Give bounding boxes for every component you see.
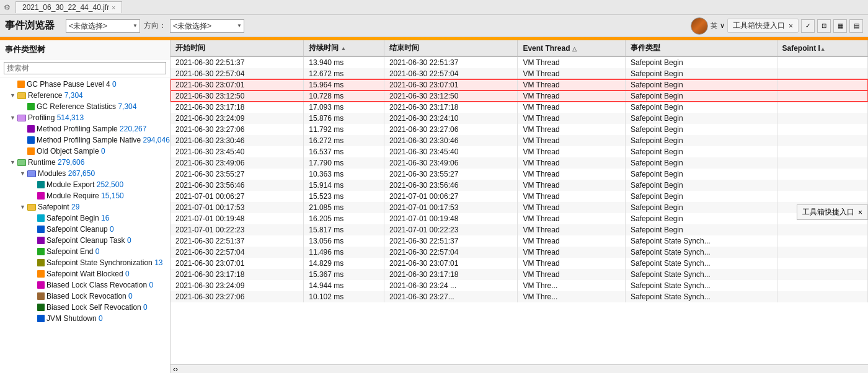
tree-item-method-profiling[interactable]: Method Profiling Sample 220,267	[0, 123, 170, 134]
table-row[interactable]: 2021-06-30 23:17:1817.093 ms2021-06-30 2…	[170, 102, 868, 113]
expand-arrow-runtime[interactable]: ▼	[10, 157, 17, 167]
table-cell: Safepoint Begin	[625, 90, 777, 102]
table-cell	[777, 135, 867, 146]
table-cell: Safepoint Begin	[625, 224, 777, 235]
table-cell: Safepoint Begin	[625, 135, 777, 146]
tree-icon-safepoint-wait-blocked	[37, 270, 45, 278]
tree-label-biased-lock-rev: Biased Lock Revocation 0	[46, 291, 133, 301]
col-end-time[interactable]: 结束时间	[384, 40, 518, 56]
expand-arrow-reference[interactable]: ▼	[10, 90, 17, 100]
tree-item-gc-phase[interactable]: GC Phase Pause Level 4 0	[0, 79, 170, 90]
tree-item-jvm-shutdown[interactable]: JVM Shutdown 0	[0, 313, 170, 324]
tree-item-safepoint-begin[interactable]: Safepoint Begin 16	[0, 213, 170, 224]
direction-select-wrapper[interactable]: <未做选择>	[170, 19, 244, 33]
table-cell: 17.790 ms	[304, 157, 384, 169]
tree-item-reference[interactable]: ▼ Reference 7,304	[0, 90, 170, 101]
tree-item-runtime[interactable]: ▼ Runtime 279,606	[0, 157, 170, 168]
table-cell: Safepoint Begin	[625, 79, 777, 90]
expand-arrow-profiling[interactable]: ▼	[10, 113, 17, 123]
table-cell	[777, 157, 867, 169]
filter-select[interactable]: <未做选择>	[66, 19, 140, 33]
table-cell: 13.056 ms	[304, 235, 384, 247]
toolbox-float-close-icon[interactable]: ×	[858, 208, 862, 217]
table-row[interactable]: 2021-06-30 22:51:3713.056 ms2021-06-30 2…	[170, 235, 868, 247]
expand-arrow-safepoint[interactable]: ▼	[20, 202, 27, 212]
tree-item-module-export[interactable]: Module Export 252,500	[0, 179, 170, 190]
tree-area: GC Phase Pause Level 4 0 ▼ Reference 7,3…	[0, 77, 170, 373]
table-cell	[777, 146, 867, 157]
table-cell: Safepoint State Synch...	[625, 258, 777, 269]
table-row[interactable]: 2021-06-30 23:49:0617.790 ms2021-06-30 2…	[170, 157, 868, 169]
table-row[interactable]: 2021-06-30 23:27:0611.792 ms2021-06-30 2…	[170, 124, 868, 135]
tree-icon-reference-folder	[17, 92, 26, 99]
tree-count-gc-ref-stats: 7,304	[118, 102, 136, 111]
col-event-thread[interactable]: Event Thread △	[518, 40, 625, 56]
table-row[interactable]: 2021-06-30 23:07:0115.964 ms2021-06-30 2…	[170, 79, 868, 90]
tree-item-safepoint[interactable]: ▼ Safepoint 29	[0, 201, 170, 213]
table-row[interactable]: 2021-06-30 22:57:0411.496 ms2021-06-30 2…	[170, 247, 868, 258]
col-event-type[interactable]: 事件类型	[625, 40, 777, 56]
dots-icon: ∨	[720, 22, 725, 30]
tree-item-safepoint-state-sync[interactable]: Safepoint State Synchronization 13	[0, 257, 170, 268]
tab-close-button[interactable]: ×	[112, 4, 115, 11]
tree-icon-biased-lock-rev	[37, 292, 45, 300]
col-start-time[interactable]: 开始时间	[170, 40, 304, 56]
table-cell	[777, 113, 867, 124]
lines-button[interactable]: ▤	[849, 19, 863, 33]
tree-item-safepoint-cleanup-task[interactable]: Safepoint Cleanup Task 0	[0, 235, 170, 246]
tree-item-module-require[interactable]: Module Require 15,150	[0, 190, 170, 201]
table-cell: VM Thread	[518, 213, 625, 224]
toolbox-close-icon[interactable]: ×	[789, 22, 793, 30]
table-container[interactable]: 开始时间 持续时间 ▲ 结束时间 Event Thread △ 事件类型 Saf…	[170, 40, 868, 364]
tree-item-safepoint-end[interactable]: Safepoint End 0	[0, 246, 170, 257]
table-cell: 2021-06-30 22:57:04	[384, 68, 518, 79]
tree-icon-safepoint-folder	[27, 204, 36, 211]
table-cell: 2021-06-30 23:45:40	[170, 146, 304, 157]
table-row[interactable]: 2021-06-30 23:24:0914.944 ms2021-06-30 2…	[170, 280, 868, 291]
search-input[interactable]	[4, 62, 166, 74]
tree-item-old-object[interactable]: Old Object Sample 0	[0, 146, 170, 157]
table-row[interactable]: 2021-07-01 00:17:5321.085 ms2021-07-01 0…	[170, 202, 868, 213]
tree-count-safepoint-begin: 16	[101, 214, 109, 222]
table-row[interactable]: 2021-06-30 23:45:4016.537 ms2021-06-30 2…	[170, 146, 868, 157]
filter-select-wrapper[interactable]: <未做选择>	[66, 19, 140, 33]
table-row[interactable]: 2021-07-01 00:22:2315.817 ms2021-07-01 0…	[170, 224, 868, 235]
direction-label: 方向：	[144, 20, 166, 31]
table-row[interactable]: 2021-06-30 23:12:5010.728 ms2021-06-30 2…	[170, 90, 868, 102]
table-row[interactable]: 2021-06-30 23:55:2710.363 ms2021-06-30 2…	[170, 169, 868, 180]
tree-item-biased-lock-class-rev[interactable]: Biased Lock Class Revocation 0	[0, 279, 170, 291]
table-row[interactable]: 2021-06-30 23:30:4616.272 ms2021-06-30 2…	[170, 135, 868, 146]
tree-item-biased-lock-rev[interactable]: Biased Lock Revocation 0	[0, 291, 170, 302]
checkmark-button[interactable]: ✓	[801, 19, 815, 33]
table-row[interactable]: 2021-06-30 23:17:1815.367 ms2021-06-30 2…	[170, 269, 868, 280]
table-row[interactable]: 2021-06-30 23:07:0114.829 ms2021-06-30 2…	[170, 258, 868, 269]
table-row[interactable]: 2021-06-30 23:24:0915.876 ms2021-06-30 2…	[170, 113, 868, 124]
table-row[interactable]: 2021-07-01 00:19:4816.205 ms2021-07-01 0…	[170, 213, 868, 224]
table-button[interactable]: ▦	[833, 19, 847, 33]
table-cell: 10.363 ms	[304, 169, 384, 180]
tree-item-profiling[interactable]: ▼ Profiling 514,313	[0, 112, 170, 123]
table-row[interactable]: 2021-06-30 22:51:3713.940 ms2021-06-30 2…	[170, 56, 868, 68]
col-safepoint[interactable]: Safepoint I▲	[777, 40, 867, 56]
table-row[interactable]: 2021-06-30 23:56:4615.914 ms2021-06-30 2…	[170, 180, 868, 191]
direction-select[interactable]: <未做选择>	[170, 19, 244, 33]
expand-arrow-modules[interactable]: ▼	[20, 169, 27, 178]
tree-icon-safepoint-cleanup	[37, 226, 45, 233]
tree-item-gc-ref-stats[interactable]: GC Reference Statistics 7,304	[0, 101, 170, 112]
tree-item-safepoint-wait-blocked[interactable]: Safepoint Wait Blocked 0	[0, 268, 170, 279]
tree-label-safepoint: Safepoint 29	[38, 202, 79, 212]
grid-button[interactable]: ⊡	[817, 19, 831, 33]
tree-label-reference: Reference 7,304	[28, 90, 83, 100]
tree-item-modules[interactable]: ▼ Modules 267,650	[0, 168, 170, 179]
table-row[interactable]: 2021-06-30 23:27:0610.102 ms2021-06-30 2…	[170, 291, 868, 302]
table-cell: 2021-06-30 23:24 ...	[384, 280, 518, 291]
tree-item-method-profiling-native[interactable]: Method Profiling Sample Native 294,046	[0, 134, 170, 146]
scroll-right-icon[interactable]: ›	[175, 365, 178, 374]
tree-item-biased-lock-self-rev[interactable]: Biased Lock Self Revocation 0	[0, 302, 170, 313]
table-row[interactable]: 2021-06-30 22:57:0412.672 ms2021-06-30 2…	[170, 68, 868, 79]
tree-icon-module-require	[37, 192, 45, 200]
col-duration[interactable]: 持续时间 ▲	[304, 40, 384, 56]
tree-item-safepoint-cleanup[interactable]: Safepoint Cleanup 0	[0, 224, 170, 235]
table-row[interactable]: 2021-07-01 00:06:2715.523 ms2021-07-01 0…	[170, 191, 868, 202]
file-tab[interactable]: 2021_06_30_22_44_40.jfr ×	[16, 1, 122, 13]
